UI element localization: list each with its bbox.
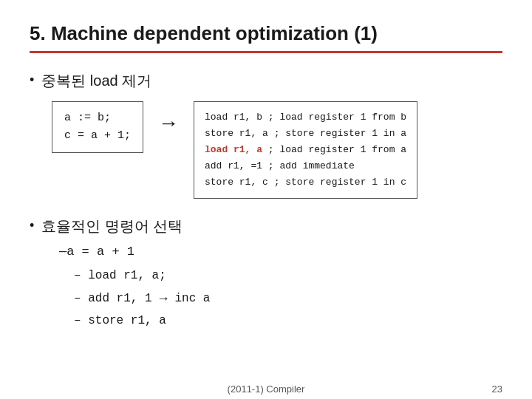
arrow-to-assembly: →	[158, 112, 179, 135]
code-line1: a := b;	[64, 109, 131, 127]
footer-center: (2011-1) Compiler	[228, 383, 305, 395]
bullet1-dot: •	[30, 72, 34, 88]
sub-indent: – load r1, a; – add r1, 1 → inc a – stor…	[74, 265, 502, 332]
asm-line3-highlight: load r1, a	[205, 144, 262, 155]
em-dash-line: —a = a + 1	[59, 241, 134, 264]
asm-line3-rest: ; load register 1 from a	[262, 144, 406, 155]
inc-row: – add r1, 1 → inc a	[74, 287, 502, 310]
bullet1-text: 중복된 load 제거	[41, 71, 151, 91]
code-box: a := b; c = a + 1;	[52, 101, 143, 153]
em-dash-row: —a = a + 1	[59, 241, 502, 264]
inc-text: inc a	[174, 288, 210, 310]
bullet1-row: • 중복된 load 제거	[30, 71, 502, 91]
sub-line-1: – add r1, 1	[74, 288, 152, 310]
asm-line5: store r1, c ; store register 1 in c	[205, 174, 406, 191]
assembly-box: load r1, b ; load register 1 from b stor…	[194, 101, 417, 199]
sub-line-2: – store r1, a	[74, 310, 502, 332]
asm-line2: store r1, a ; store register 1 in a	[205, 126, 406, 142]
asm-line3: load r1, a ; load register 1 from a	[205, 142, 406, 158]
title-area: 5. Machine dependent optimization (1)	[30, 22, 502, 53]
slide: 5. Machine dependent optimization (1) • …	[0, 0, 532, 399]
asm-line1: load r1, b ; load register 1 from b	[205, 109, 406, 126]
bullet2-dot: •	[30, 218, 34, 233]
bullet2-text: 효율적인 명령어 선택	[41, 216, 183, 236]
slide-title: 5. Machine dependent optimization (1)	[30, 22, 502, 45]
code-line2: c = a + 1;	[64, 127, 131, 145]
code-arrow-row: a := b; c = a + 1; → load r1, b ; load r…	[52, 101, 502, 199]
sub-line-0: – load r1, a;	[74, 265, 502, 287]
section-2: • 효율적인 명령어 선택 —a = a + 1 – load r1, a; –…	[30, 216, 502, 332]
asm-line4: add r1, =1 ; add immediate	[205, 158, 406, 174]
footer-page: 23	[492, 383, 502, 395]
bullet2-row: • 효율적인 명령어 선택	[30, 216, 502, 236]
sub-list: —a = a + 1 – load r1, a; – add r1, 1 → i…	[59, 241, 502, 332]
section-1: • 중복된 load 제거 a := b; c = a + 1; → load …	[30, 71, 502, 199]
arrow-icon: →	[160, 287, 168, 310]
